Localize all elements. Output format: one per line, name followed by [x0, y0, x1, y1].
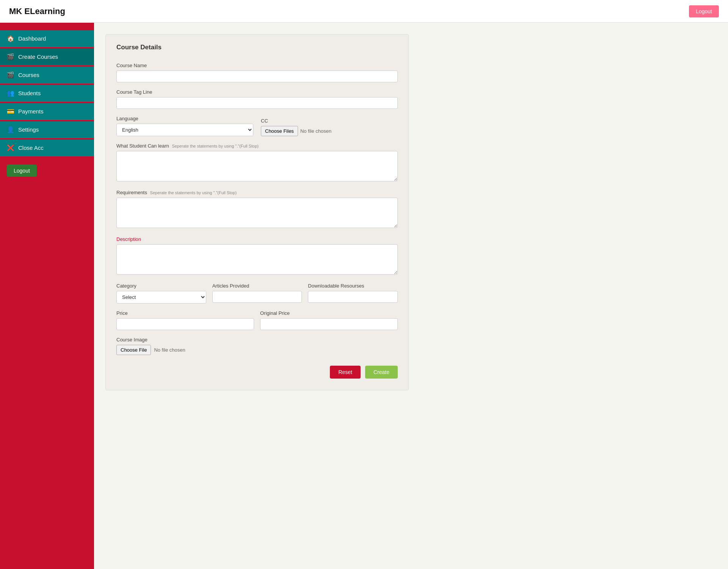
header: MK ELearning Logout	[0, 0, 728, 23]
price-row: Price Original Price	[116, 310, 398, 330]
sidebar: 🏠 Dashboard 🎬 Create Courses 🎬 Courses 👥…	[0, 23, 94, 569]
sidebar-logout-button[interactable]: Logout	[7, 165, 37, 177]
cc-no-file-text: No file chosen	[300, 128, 331, 134]
sidebar-item-students[interactable]: 👥 Students	[0, 85, 94, 102]
course-tagline-input[interactable]	[116, 97, 398, 109]
dashboard-icon: 🏠	[7, 35, 14, 42]
course-name-group: Course Name	[116, 63, 398, 82]
articles-input[interactable]	[212, 291, 302, 303]
requirements-label: Requirements Seperate the statements by …	[116, 190, 398, 195]
cc-label: CC	[261, 118, 398, 124]
course-image-row: Choose File No file chosen	[116, 345, 398, 355]
sidebar-item-label: Payments	[18, 108, 44, 115]
cc-file-row: Choose Files No file chosen	[261, 126, 398, 136]
description-label: Description	[116, 236, 398, 242]
sidebar-item-label: Students	[18, 90, 41, 96]
cc-col: CC Choose Files No file chosen	[261, 118, 398, 136]
layout: 🏠 Dashboard 🎬 Create Courses 🎬 Courses 👥…	[0, 23, 728, 569]
reset-button[interactable]: Reset	[330, 366, 361, 379]
what-learn-label: What Student Can learn Seperate the stat…	[116, 143, 398, 149]
what-learn-note: Seperate the statements by using "."(Ful…	[172, 144, 259, 148]
what-learn-textarea[interactable]	[116, 151, 398, 181]
original-price-input[interactable]	[260, 318, 398, 330]
course-details-card: Course Details Course Name Course Tag Li…	[105, 34, 409, 390]
sidebar-item-label: Close Acc	[18, 145, 44, 151]
close-acc-icon: ❌	[7, 144, 14, 151]
price-input[interactable]	[116, 318, 254, 330]
requirements-group: Requirements Seperate the statements by …	[116, 190, 398, 229]
sidebar-item-label: Courses	[18, 72, 39, 78]
original-price-col: Original Price	[260, 310, 398, 330]
course-image-label: Course Image	[116, 337, 398, 343]
choose-files-button[interactable]: Choose Files	[261, 126, 298, 136]
language-label: Language	[116, 116, 253, 121]
category-label: Category	[116, 283, 206, 289]
sidebar-item-label: Dashboard	[18, 35, 46, 42]
header-logout-button[interactable]: Logout	[689, 5, 719, 17]
requirements-note: Seperate the statements by using "."(Ful…	[150, 190, 237, 195]
sidebar-item-close-acc[interactable]: ❌ Close Acc	[0, 140, 94, 156]
form-card-title: Course Details	[116, 44, 398, 55]
create-courses-icon: 🎬	[7, 53, 14, 60]
what-learn-group: What Student Can learn Seperate the stat…	[116, 143, 398, 183]
app-title: MK ELearning	[9, 6, 65, 16]
sidebar-item-settings[interactable]: 👤 Settings	[0, 121, 94, 138]
sidebar-item-label: Settings	[18, 126, 39, 133]
price-label: Price	[116, 310, 254, 316]
sidebar-item-payments[interactable]: 💳 Payments	[0, 103, 94, 120]
sidebar-item-courses[interactable]: 🎬 Courses	[0, 67, 94, 83]
form-actions: Reset Create	[116, 366, 398, 379]
course-image-no-file-text: No file chosen	[154, 347, 185, 353]
course-name-label: Course Name	[116, 63, 398, 68]
courses-icon: 🎬	[7, 71, 14, 79]
choose-file-button[interactable]: Choose File	[116, 345, 151, 355]
course-tagline-label: Course Tag Line	[116, 89, 398, 95]
main-content: Course Details Course Name Course Tag Li…	[94, 23, 728, 569]
original-price-label: Original Price	[260, 310, 398, 316]
requirements-textarea[interactable]	[116, 198, 398, 228]
sidebar-item-create-courses[interactable]: 🎬 Create Courses	[0, 49, 94, 65]
description-textarea[interactable]	[116, 244, 398, 275]
language-cc-row: Language English Spanish French German H…	[116, 116, 398, 136]
cat-articles-download-row: Category Select Technology Business Desi…	[116, 283, 398, 303]
description-group: Description	[116, 236, 398, 276]
course-image-group: Course Image Choose File No file chosen	[116, 337, 398, 355]
settings-icon: 👤	[7, 126, 14, 133]
payments-icon: 💳	[7, 108, 14, 115]
course-name-input[interactable]	[116, 71, 398, 82]
sidebar-item-label: Create Courses	[18, 53, 58, 60]
create-button[interactable]: Create	[365, 366, 398, 379]
course-tagline-group: Course Tag Line	[116, 89, 398, 109]
articles-label: Articles Provided	[212, 283, 302, 289]
students-icon: 👥	[7, 90, 14, 97]
downloadable-input[interactable]	[308, 291, 398, 303]
downloadable-col: Downloadable Resourses	[308, 283, 398, 303]
language-select[interactable]: English Spanish French German Hindi	[116, 124, 253, 136]
category-col: Category Select Technology Business Desi…	[116, 283, 206, 303]
price-col: Price	[116, 310, 254, 330]
sidebar-item-dashboard[interactable]: 🏠 Dashboard	[0, 30, 94, 47]
language-col: Language English Spanish French German H…	[116, 116, 253, 136]
articles-col: Articles Provided	[212, 283, 302, 303]
downloadable-label: Downloadable Resourses	[308, 283, 398, 289]
category-select[interactable]: Select Technology Business Design Market…	[116, 291, 206, 303]
